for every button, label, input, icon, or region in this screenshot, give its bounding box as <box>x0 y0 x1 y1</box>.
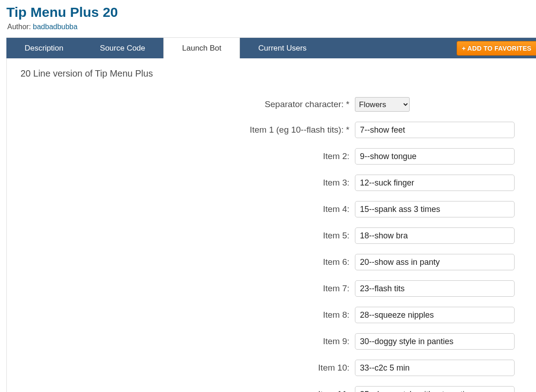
separator-select[interactable]: Flowers <box>355 97 410 112</box>
form-row-item-1: Item 1 (eg 10--flash tits): * <box>7 122 536 138</box>
item-11-input[interactable] <box>355 386 515 392</box>
tab-current-users[interactable]: Current Users <box>240 38 325 58</box>
form-row-item-2: Item 2: <box>7 148 536 165</box>
item-4-input[interactable] <box>355 201 515 217</box>
content-area: 20 Line version of Tip Menu Plus Separat… <box>6 58 536 392</box>
item-label: Item 6: <box>7 257 355 267</box>
page-title: Tip Menu Plus 20 <box>6 5 536 20</box>
item-8-input[interactable] <box>355 307 515 323</box>
item-label: Item 4: <box>7 204 355 214</box>
form-row-item-11: Item 11: <box>7 386 536 392</box>
form-row-item-7: Item 7: <box>7 280 536 297</box>
form-row-item-9: Item 9: <box>7 333 536 350</box>
form-row-item-8: Item 8: <box>7 307 536 323</box>
item-6-input[interactable] <box>355 254 515 270</box>
item-9-input[interactable] <box>355 333 515 350</box>
author-prefix: Author: <box>7 23 33 31</box>
item-label: Item 2: <box>7 151 355 161</box>
add-to-favorites-button[interactable]: + ADD TO FAVORITES <box>457 41 536 56</box>
item-label: Item 9: <box>7 336 355 346</box>
item-2-input[interactable] <box>355 148 515 165</box>
form-row-item-4: Item 4: <box>7 201 536 217</box>
separator-label: Separator character: * <box>7 99 355 109</box>
form-row-separator: Separator character: * Flowers <box>7 97 536 112</box>
author-line: Author: badbadbubba <box>7 23 536 31</box>
item-label: Item 1 (eg 10--flash tits): * <box>7 125 355 135</box>
tab-launch-bot[interactable]: Launch Bot <box>163 38 240 58</box>
form-row-item-10: Item 10: <box>7 360 536 376</box>
item-label: Item 5: <box>7 231 355 241</box>
item-3-input[interactable] <box>355 175 515 191</box>
item-label: Item 10: <box>7 363 355 373</box>
tab-source-code[interactable]: Source Code <box>82 38 163 58</box>
item-7-input[interactable] <box>355 280 515 297</box>
item-label: Item 7: <box>7 284 355 294</box>
form-row-item-6: Item 6: <box>7 254 536 270</box>
item-label: Item 11: <box>7 389 355 392</box>
tab-bar: Description Source Code Launch Bot Curre… <box>6 37 536 58</box>
item-5-input[interactable] <box>355 227 515 244</box>
form-row-item-5: Item 5: <box>7 227 536 244</box>
item-10-input[interactable] <box>355 360 515 376</box>
form-row-item-3: Item 3: <box>7 175 536 191</box>
author-link[interactable]: badbadbubba <box>33 23 78 31</box>
item-1-input[interactable] <box>355 122 515 138</box>
bot-description: 20 Line version of Tip Menu Plus <box>21 68 536 79</box>
tab-description[interactable]: Description <box>6 38 82 58</box>
item-label: Item 3: <box>7 178 355 188</box>
item-label: Item 8: <box>7 310 355 320</box>
